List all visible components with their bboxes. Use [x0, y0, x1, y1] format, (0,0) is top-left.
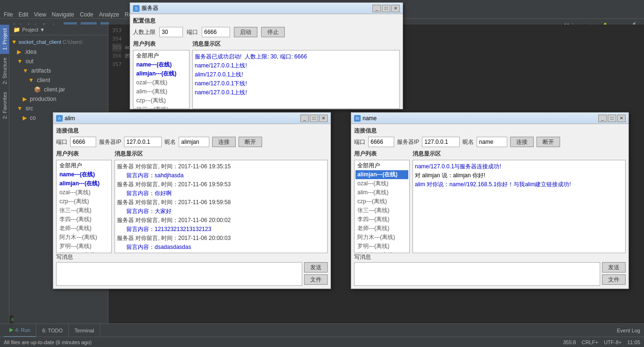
tab-structure[interactable]: 2: Structure [0, 54, 9, 88]
alim-send-btn[interactable]: 发送 [304, 262, 328, 273]
name-port-input[interactable] [368, 137, 394, 147]
alim-all-users[interactable]: 全部用户 [58, 161, 110, 170]
menu-file[interactable]: File [4, 11, 13, 18]
name-user-4[interactable]: 张三---(离线) [355, 206, 408, 215]
tree-client[interactable]: ▼ client [11, 75, 106, 85]
server-all-users[interactable]: 全部用户 [134, 51, 188, 60]
name-user-7[interactable]: 阿力木---(离线) [355, 233, 408, 242]
name-connect-btn[interactable]: 连接 [510, 137, 534, 147]
name-all-users[interactable]: 全部用户 [355, 161, 408, 170]
alim-user-7[interactable]: 阿力木---(离线) [58, 233, 110, 242]
name-user-6[interactable]: 老师---(离线) [355, 224, 408, 233]
name-user-5[interactable]: 李四---(离线) [355, 215, 408, 224]
alim-write-row: 发送 文件 [56, 262, 328, 286]
alim-user-3[interactable]: czp---(离线) [58, 197, 110, 206]
alim-port-input[interactable] [70, 137, 96, 147]
tab-project[interactable]: 1: Project [0, 25, 9, 54]
alim-user-4[interactable]: 张三---(离线) [58, 206, 110, 215]
tree-artifacts[interactable]: ▼ artifacts [11, 66, 106, 75]
alim-titlebar[interactable]: A alim _ □ ✕ [53, 113, 330, 124]
name-user-3[interactable]: czp---(离线) [355, 197, 408, 206]
tree-out[interactable]: ▼ out [11, 57, 106, 66]
alim-msg-input[interactable] [56, 262, 302, 286]
tree-idea[interactable]: ▶ .idea [11, 47, 106, 57]
alim-userlist-label: 用户列表 [56, 150, 112, 158]
server-user-4[interactable]: czp---(离线) [134, 96, 188, 105]
name-msg-input[interactable] [354, 262, 600, 286]
name-nickname-input[interactable] [477, 137, 507, 147]
alim-maximize-btn[interactable]: □ [310, 115, 318, 122]
alim-user-8[interactable]: 罗明---(离线) [58, 242, 110, 251]
menu-view[interactable]: View [34, 11, 46, 18]
artifacts-label: artifacts [31, 67, 51, 74]
server-main-area: 用户列表 全部用户 name---(在线) alimjan---(在线) oza… [133, 40, 400, 106]
server-stop-btn[interactable]: 停止 [261, 27, 285, 37]
menu-navigate[interactable]: Navigate [52, 11, 74, 18]
name-minimize-btn[interactable]: _ [598, 115, 607, 122]
menu-edit[interactable]: Edit [18, 11, 28, 18]
alim-user-5[interactable]: 李四---(离线) [58, 215, 110, 224]
menu-code[interactable]: Code [80, 11, 93, 18]
alim-serverip-input[interactable] [124, 137, 162, 147]
name-win-icon: N [354, 115, 361, 122]
name-user-8[interactable]: 罗明---(离线) [355, 242, 408, 251]
server-maximize-btn[interactable]: □ [382, 5, 390, 12]
out-label: out [25, 58, 33, 65]
alim-user-2[interactable]: ozal---(离线) [58, 188, 110, 197]
run-tab-terminal[interactable]: Terminal [69, 324, 100, 337]
server-start-btn[interactable]: 启动 [234, 27, 257, 37]
server-titlebar[interactable]: S 服务器 _ □ ✕ [130, 3, 403, 14]
alim-msg-area[interactable]: 服务器 对你留言, 时间：2017-11-06 19:35:15 留言内容：sa… [115, 160, 328, 253]
server-user-0[interactable]: name---(在线) [134, 60, 188, 69]
server-user-2[interactable]: ozal---(离线) [134, 78, 188, 87]
alim-user-6[interactable]: 老师---(离线) [58, 224, 110, 233]
tab-favorites[interactable]: 2: Favorites [0, 88, 9, 123]
alim-connect-btn[interactable]: 连接 [212, 137, 236, 147]
alim-close-btn[interactable]: ✕ [319, 115, 328, 122]
status-crlf: CRLF+ [582, 339, 598, 345]
name-titlebar[interactable]: N name _ □ ✕ [351, 113, 628, 124]
name-serverip-label: 服务器IP [397, 138, 419, 146]
alim-disconnect-btn[interactable]: 断开 [239, 137, 262, 147]
tree-root[interactable]: ▼ socket_chat_client C:\Users\ [11, 37, 106, 47]
alim-user-1[interactable]: alimjan---(在线) [58, 179, 110, 188]
name-msg-0: name/127.0.0.1与服务器连接成功! [415, 162, 623, 171]
name-send-btn[interactable]: 发送 [602, 262, 626, 273]
name-msg-panel: 消息显示区 name/127.0.0.1与服务器连接成功! 对 alimjan … [413, 150, 626, 251]
menu-analyze[interactable]: Analyze [99, 11, 119, 18]
tree-client-jar[interactable]: 📦 client.jar [11, 85, 106, 94]
name-user-1[interactable]: ozal---(离线) [355, 179, 408, 188]
server-user-5[interactable]: 张三---(离线) [134, 105, 188, 109]
alim-file-btn[interactable]: 文件 [304, 274, 328, 285]
name-maximize-btn[interactable]: □ [608, 115, 616, 122]
name-user-2[interactable]: alim---(离线) [355, 188, 408, 197]
name-win-controls: _ □ ✕ [598, 115, 626, 122]
name-msg-area[interactable]: name/127.0.0.1与服务器连接成功! 对 alimjan 说：alim… [413, 160, 626, 253]
server-user-1[interactable]: alimjan---(在线) [134, 69, 188, 78]
run-tab-todo[interactable]: 6: TODO [36, 324, 69, 337]
server-user-3[interactable]: alim---(离线) [134, 87, 188, 96]
name-file-btn[interactable]: 文件 [602, 274, 626, 285]
event-log-label[interactable]: Event Log [617, 328, 640, 333]
tree-src[interactable]: ▼ src [11, 104, 106, 113]
server-close-btn[interactable]: ✕ [391, 5, 400, 12]
server-max-users-input[interactable] [159, 27, 183, 37]
server-title: S 服务器 [133, 4, 158, 12]
name-disconnect-btn[interactable]: 断开 [537, 137, 560, 147]
name-user-0[interactable]: alimjan---(在线) [355, 170, 408, 179]
name-close-btn[interactable]: ✕ [617, 115, 626, 122]
name-userlist-label: 用户列表 [354, 150, 410, 158]
alim-user-0[interactable]: name---(在线) [58, 170, 110, 179]
alim-nickname-label: 昵名 [165, 138, 176, 146]
run-tab-run[interactable]: ▶ 4: Run [4, 324, 36, 337]
server-user-list: 全部用户 name---(在线) alimjan---(在线) ozal---(… [133, 50, 190, 109]
server-msg-area[interactable]: 服务器已成功启动! 人数上限: 30, 端口: 6666 name/127.0.… [192, 50, 400, 109]
name-serverip-input[interactable] [422, 137, 460, 147]
alim-nickname-input[interactable] [179, 137, 209, 147]
alim-minimize-btn[interactable]: _ [300, 115, 309, 122]
server-minimize-btn[interactable]: _ [372, 5, 381, 12]
tree-production[interactable]: ▶ production [11, 94, 106, 104]
server-msg-3: name/127.0.0.1下线! [195, 79, 397, 88]
project-header[interactable]: 📁 Project ▼ [9, 25, 108, 35]
server-port-input[interactable] [202, 27, 230, 37]
